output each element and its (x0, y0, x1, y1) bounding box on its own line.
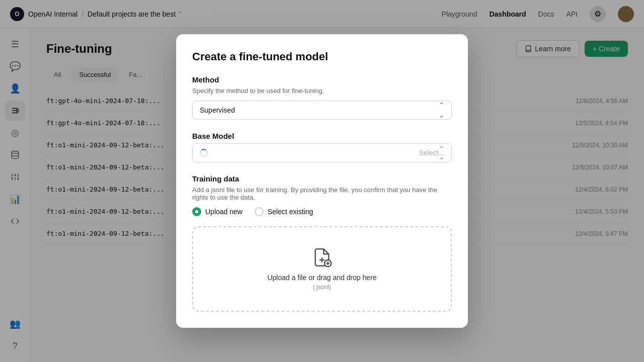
method-select-wrapper: Supervised ⌃⌄ (192, 101, 452, 120)
method-section: Method Specify the method to be used for… (192, 75, 452, 120)
radio-group: Upload new Select existing (192, 207, 452, 216)
radio-select-existing[interactable]: Select existing (255, 207, 313, 216)
radio-upload-new[interactable]: Upload new (192, 207, 243, 216)
upload-area[interactable]: Upload a file or drag and drop here (.js… (192, 226, 452, 312)
training-data-section: Training data Add a jsonl file to use fo… (192, 174, 452, 312)
radio-upload-new-indicator (192, 207, 201, 216)
method-description: Specify the method to be used for fine-t… (192, 87, 452, 95)
upload-text: Upload a file or drag and drop here (203, 274, 441, 282)
training-data-label: Training data (192, 174, 452, 183)
loading-spinner (200, 149, 208, 157)
upload-icon (203, 247, 441, 267)
base-model-section: Base Model Select... ⌃⌄ (192, 132, 452, 162)
method-label: Method (192, 75, 452, 84)
radio-select-existing-indicator (255, 207, 264, 216)
upload-subtext: (.jsonl) (203, 284, 441, 291)
training-data-description: Add a jsonl file to use for training. By… (192, 186, 452, 201)
modal-title: Create a fine-tuned model (192, 50, 452, 63)
base-model-select-wrapper: Select... ⌃⌄ (192, 143, 452, 162)
modal-overlay[interactable]: Create a fine-tuned model Method Specify… (0, 0, 644, 362)
base-model-label: Base Model (192, 132, 452, 140)
method-select[interactable]: Supervised (192, 101, 452, 120)
base-model-select[interactable]: Select... ⌃⌄ (192, 143, 452, 162)
create-finetuned-model-modal: Create a fine-tuned model Method Specify… (176, 34, 468, 328)
